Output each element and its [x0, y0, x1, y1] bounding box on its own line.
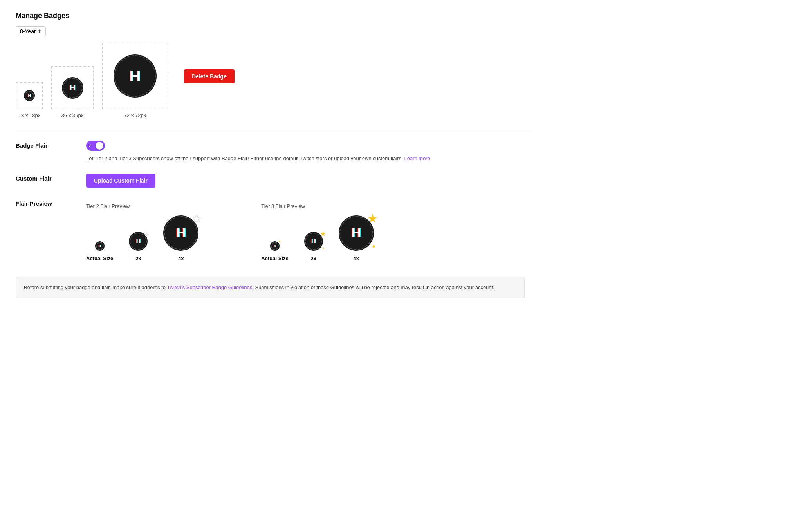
toggle-check-icon: ✓	[88, 143, 92, 148]
badge-flair-description: Let Tier 2 and Tier 3 Subscribers show o…	[86, 155, 532, 163]
notice-text-after: . Submissions in violation of these Guid…	[252, 284, 494, 290]
tier3-actual-dot-border	[271, 242, 279, 250]
badge-label-18: 18 x 18px	[18, 112, 40, 118]
tier3-actual-badge-wrap: H ★	[270, 241, 280, 251]
tier2-actual-badge-wrap: H	[95, 241, 105, 251]
badge-flair-content: ✓ Let Tier 2 and Tier 3 Subscribers show…	[86, 141, 532, 163]
tier3-2x-badge-wrap: H ★ ●	[304, 232, 323, 251]
flair-preview-label: Flair Preview	[16, 199, 70, 207]
badge-image-72: H	[114, 54, 157, 98]
badge-flair-toggle-row: ✓	[86, 141, 532, 151]
custom-flair-row: Custom Flair Upload Custom Flair	[16, 174, 532, 188]
tier2-actual-dot-border	[96, 242, 104, 250]
custom-flair-label: Custom Flair	[16, 174, 70, 182]
tier3-4x-star-icon: ★	[367, 212, 378, 225]
tier3-4x-badge-wrap: H ★ ●	[339, 215, 374, 251]
flair-preview-columns: Tier 2 Flair Preview H Actual Size	[86, 203, 532, 261]
tier3-actual-label: Actual Size	[261, 255, 288, 261]
tier3-4x-label: 4x	[353, 255, 359, 261]
toggle-thumb	[96, 142, 103, 150]
badge-slot-72: H 72 x 72px	[102, 43, 168, 118]
badge-flair-toggle[interactable]: ✓	[86, 141, 105, 151]
tier3-2x-label: 2x	[310, 255, 316, 261]
tier3-4x-dot-icon: ●	[372, 243, 375, 249]
badge-image-36: H	[62, 77, 83, 99]
tier2-title: Tier 2 Flair Preview	[86, 203, 198, 209]
tier3-2x-star-icon: ★	[320, 230, 326, 238]
tier2-4x-badge-wrap: H ★	[163, 215, 198, 251]
tier3-2x: H ★ ● 2x	[304, 232, 323, 261]
badges-and-delete-row: H 18 x 18px H 36 x 36px	[16, 43, 532, 121]
notice-box: Before submitting your badge and flair, …	[16, 277, 525, 298]
badge-letter-36: H	[69, 83, 76, 93]
badge-label-72: 72 x 72px	[124, 112, 146, 118]
tier2-2x-label: 2x	[135, 255, 141, 261]
badge-slot-36: H 36 x 36px	[51, 66, 94, 118]
year-select-wrapper[interactable]: 1-Year 2-Year 3-Year 4-Year 5-Year 6-Yea…	[16, 26, 46, 36]
badge-flair-label: Badge Flair	[16, 141, 70, 149]
delete-badge-button[interactable]: Delete Badge	[184, 69, 235, 83]
flair-preview-content: Tier 2 Flair Preview H Actual Size	[86, 199, 532, 261]
badge-letter-18: H	[28, 94, 31, 98]
divider-1	[16, 131, 532, 131]
flair-preview-row: Flair Preview Tier 2 Flair Preview H	[16, 199, 532, 261]
tier2-2x-star-icon: ★	[144, 230, 149, 238]
tier2-actual-size: H Actual Size	[86, 241, 113, 261]
badge-label-36: 36 x 36px	[61, 112, 83, 118]
badge-box-18[interactable]: H	[16, 82, 43, 109]
tier3-4x: H ★ ● 4x	[339, 215, 374, 261]
badge-images-row: H 18 x 18px H 36 x 36px	[16, 43, 168, 118]
tier2-preview-items: H Actual Size H	[86, 215, 198, 261]
tier3-title: Tier 3 Flair Preview	[261, 203, 374, 209]
notice-text-before: Before submitting your badge and flair, …	[24, 284, 167, 290]
tier3-preview-group: Tier 3 Flair Preview H ★ Actual	[261, 203, 374, 261]
custom-flair-content: Upload Custom Flair	[86, 174, 532, 188]
badge-image-18: H	[24, 90, 35, 101]
learn-more-link[interactable]: Learn more	[404, 156, 430, 161]
tier3-actual-star-icon: ★	[278, 240, 281, 243]
tier2-preview-group: Tier 2 Flair Preview H Actual Size	[86, 203, 198, 261]
tier2-4x-star-icon: ★	[192, 212, 202, 225]
tier2-2x: H ★ 2x	[129, 232, 148, 261]
tier3-actual-size: H ★ Actual Size	[261, 241, 288, 261]
manage-badges-title: Manage Badges	[16, 12, 532, 20]
badge-flair-row: Badge Flair ✓ Let Tier 2 and Tier 3 Subs…	[16, 141, 532, 163]
tier2-4x: H ★ 4x	[163, 215, 198, 261]
badge-slot-18: H 18 x 18px	[16, 82, 43, 118]
upload-custom-flair-button[interactable]: Upload Custom Flair	[86, 174, 155, 188]
tier2-2x-badge-wrap: H ★	[129, 232, 148, 251]
tier2-actual-label: Actual Size	[86, 255, 113, 261]
badge-box-36[interactable]: H	[51, 66, 94, 109]
tier2-4x-label: 4x	[178, 255, 184, 261]
manage-badges-section: Manage Badges 1-Year 2-Year 3-Year 4-Yea…	[16, 12, 532, 121]
tier2-actual-badge: H	[95, 241, 105, 251]
badge-guidelines-link[interactable]: Twitch's Subscriber Badge Guidelines	[167, 284, 252, 290]
badge-box-72[interactable]: H	[102, 43, 168, 109]
tier3-2x-dot-icon: ●	[322, 246, 324, 250]
year-select[interactable]: 1-Year 2-Year 3-Year 4-Year 5-Year 6-Yea…	[20, 28, 44, 34]
tier3-preview-items: H ★ Actual Size H	[261, 215, 374, 261]
badge-letter-72: H	[130, 67, 141, 85]
